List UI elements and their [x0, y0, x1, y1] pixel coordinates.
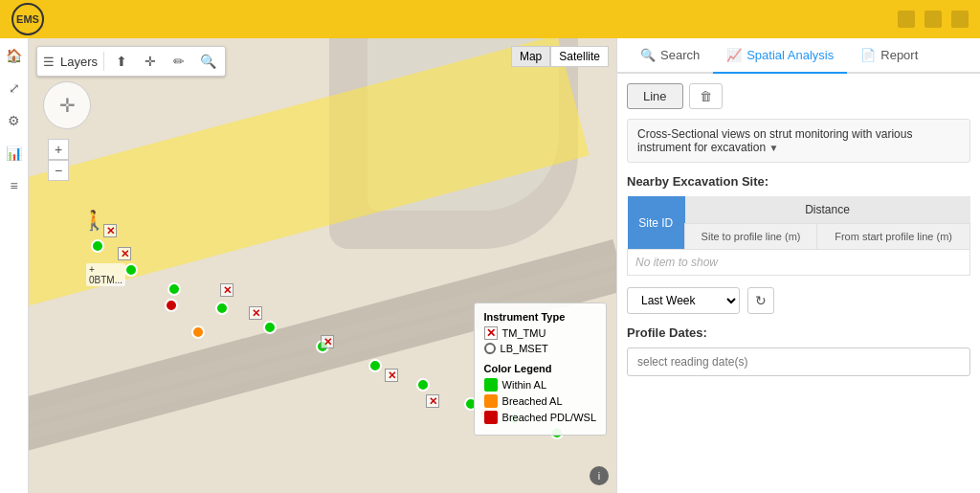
spatial-tab-label: Spatial Analysis: [746, 48, 834, 62]
panel-content: Line 🗑 Cross-Sectional views on strut mo…: [617, 74, 980, 493]
toolbar-search-btn[interactable]: 🔍: [196, 50, 219, 73]
report-tab-label: Report: [880, 48, 918, 62]
instrument-green-8[interactable]: [416, 378, 430, 392]
legend-breached-pdl: Breached PDL/WSL: [484, 411, 596, 424]
search-tab-icon: 🔍: [640, 48, 656, 62]
no-items-label: No item to show: [628, 250, 970, 276]
filter-row: Last Week Last Month Last 3 Months ↻: [627, 287, 970, 314]
instrument-green-3[interactable]: [167, 282, 181, 296]
instrument-cross-6[interactable]: ✕: [385, 369, 398, 382]
legend-item-tm-tmu: ✕ TM_TMU: [484, 326, 596, 340]
profile-date-input[interactable]: [627, 347, 970, 376]
within-al-label: Within AL: [502, 379, 546, 391]
lb-mset-icon: [484, 343, 496, 354]
hamburger-icon: ☰: [43, 55, 55, 69]
report-tab-icon: 📄: [860, 48, 876, 62]
sidebar-chart-icon[interactable]: 📊: [5, 144, 24, 163]
main-layout: 🏠 ⤢ ⚙ 📊 ≡ ☰ Layers ⬆ ✛ ✏: [0, 38, 980, 493]
instrument-green-5[interactable]: [263, 321, 277, 334]
toolbar-move-btn[interactable]: ⬆: [110, 50, 133, 73]
line-btn[interactable]: Line: [627, 83, 683, 109]
spatial-tab-icon: 📈: [726, 48, 742, 62]
toolbar-divider-1: [103, 52, 104, 71]
refresh-btn[interactable]: ↻: [747, 287, 774, 314]
sidebar-share-icon[interactable]: ⤢: [5, 78, 24, 98]
map-btn[interactable]: Map: [511, 46, 550, 67]
breached-al-label: Breached AL: [502, 395, 563, 407]
sidebar-home-icon[interactable]: 🏠: [5, 46, 24, 65]
nearby-section-title: Nearby Excavation Site:: [627, 174, 970, 189]
no-items-row: No item to show: [628, 250, 970, 276]
person-icon: 🚶: [82, 209, 106, 232]
zoom-controls: + −: [48, 139, 69, 181]
site-to-profile-header: Site to profile line (m): [685, 224, 817, 250]
legend-within-al: Within AL: [484, 378, 596, 392]
instrument-cross-7[interactable]: ✕: [426, 394, 439, 408]
nav-circle[interactable]: ✛: [43, 81, 91, 129]
app-logo: EMS: [11, 3, 44, 35]
instrument-green-7[interactable]: [368, 359, 382, 372]
sidebar-settings-icon[interactable]: ⚙: [5, 111, 24, 130]
site-id-header: Site ID: [628, 196, 685, 250]
map-nav[interactable]: ✛: [43, 81, 91, 129]
profile-section: Profile Dates:: [627, 325, 970, 376]
panel-tabs: 🔍 Search 📈 Spatial Analysis 📄 Report: [617, 38, 980, 74]
breached-pdl-color: [484, 411, 498, 424]
legend-breached-al: Breached AL: [484, 394, 596, 408]
map-container: ☰ Layers ⬆ ✛ ✏ 🔍 Map Satellite ✛ + − 🚶: [29, 38, 616, 493]
lb-mset-label: LB_MSET: [501, 343, 548, 354]
instrument-cross-5[interactable]: ✕: [321, 335, 334, 348]
tm-tmu-label: TM_TMU: [502, 327, 546, 339]
instrument-orange-1[interactable]: [191, 325, 205, 339]
sidebar-layers-icon[interactable]: ≡: [5, 176, 24, 195]
toolbar-draw-btn[interactable]: ✏: [167, 50, 190, 73]
compass-icon: ✛: [59, 94, 76, 117]
delete-btn[interactable]: 🗑: [689, 83, 723, 109]
satellite-btn[interactable]: Satellite: [550, 46, 609, 67]
map-toolbar: ☰ Layers ⬆ ✛ ✏ 🔍: [36, 46, 226, 77]
top-bar-icon-3: [951, 11, 969, 28]
breached-al-color: [484, 394, 498, 408]
description-arrow: ▼: [768, 143, 778, 153]
map-legend: Instrument Type ✕ TM_TMU LB_MSET Color L…: [474, 303, 607, 436]
zoom-out-btn[interactable]: −: [48, 160, 69, 181]
instrument-green-1[interactable]: [91, 239, 104, 253]
toolbar-pan-btn[interactable]: ✛: [139, 50, 162, 73]
instrument-cross-2[interactable]: ✕: [118, 247, 131, 260]
scale-indicator: +0BTM...: [86, 263, 125, 286]
tab-search[interactable]: 🔍 Search: [627, 38, 713, 74]
time-filter-select[interactable]: Last Week Last Month Last 3 Months: [627, 287, 740, 314]
map-type-buttons: Map Satellite: [511, 46, 609, 67]
left-sidebar: 🏠 ⤢ ⚙ 📊 ≡: [0, 38, 29, 493]
instrument-type-title: Instrument Type: [484, 311, 596, 323]
instrument-cross-3[interactable]: ✕: [220, 283, 234, 297]
instrument-green-2[interactable]: [124, 263, 138, 277]
breached-pdl-label: Breached PDL/WSL: [502, 412, 596, 423]
instrument-cross-4[interactable]: ✕: [249, 306, 262, 320]
legend-item-lb-mset: LB_MSET: [484, 343, 596, 354]
tm-tmu-icon: ✕: [484, 326, 498, 340]
zoom-in-btn[interactable]: +: [48, 139, 69, 160]
nearby-table: Site ID Distance Site to profile line (m…: [627, 196, 970, 276]
instrument-red-1[interactable]: [165, 299, 178, 312]
color-legend-title: Color Legend: [484, 363, 596, 374]
instrument-green-4[interactable]: [215, 302, 229, 315]
description-box: Cross-Sectional views on strut monitorin…: [627, 119, 970, 163]
top-bar-actions: [898, 11, 969, 28]
from-start-profile-header: From start profile line (m): [817, 224, 970, 250]
tab-spatial-analysis[interactable]: 📈 Spatial Analysis: [713, 38, 847, 74]
layers-label: Layers: [60, 55, 98, 69]
action-row: Line 🗑: [627, 83, 970, 109]
search-tab-label: Search: [660, 48, 700, 62]
top-bar: EMS: [0, 0, 980, 38]
within-al-color: [484, 378, 498, 392]
top-bar-icon-2: [924, 11, 942, 28]
tab-report[interactable]: 📄 Report: [847, 38, 931, 74]
profile-dates-title: Profile Dates:: [627, 325, 970, 340]
distance-header: Distance: [685, 196, 970, 224]
info-btn[interactable]: i: [590, 466, 609, 485]
top-bar-icon-1: [898, 11, 915, 28]
right-panel: 🔍 Search 📈 Spatial Analysis 📄 Report Lin…: [616, 38, 980, 493]
